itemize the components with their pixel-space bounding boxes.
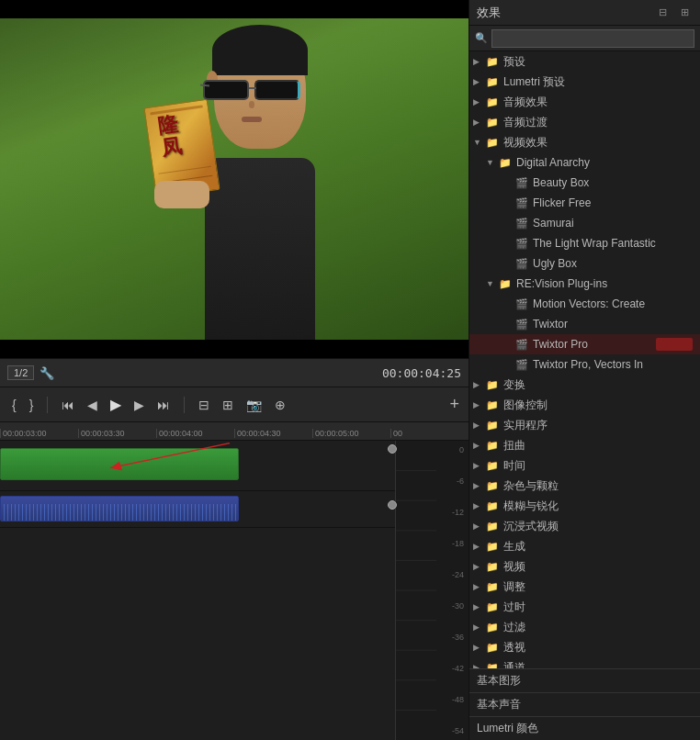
tree-item-flicker-free[interactable]: ▶ 🎬 Flicker Free [469, 193, 700, 213]
label-twixtor-pro: Twixtor Pro [533, 338, 588, 351]
essential-graphics-section[interactable]: 基本图形 [469, 668, 700, 692]
folder-icon-video: 📁 [486, 561, 501, 573]
folder-icon-revision: 📁 [499, 278, 514, 290]
label-light-wrap: The Light Wrap Fantastic [533, 237, 656, 250]
ruler-mark-1: 00:00:03:00 [0, 429, 78, 438]
tree-item-image-control[interactable]: ▶ 📁 图像控制 [469, 395, 700, 415]
video-preview: 隆凤 [0, 0, 469, 358]
wrench-icon[interactable]: 🔧 [40, 366, 54, 380]
step-back-button[interactable]: ◀ [85, 396, 100, 414]
level-36: -36 [436, 633, 464, 642]
tree-item-immersive-video[interactable]: ▶ 📁 沉浸式视频 [469, 516, 700, 536]
search-input[interactable] [491, 29, 694, 48]
tree-item-channel[interactable]: ▶ 📁 通道 [469, 657, 700, 668]
folder-icon-obsolete: 📁 [486, 601, 501, 613]
add-button[interactable]: + [449, 395, 459, 414]
tree-item-obsolete[interactable]: ▶ 📁 过时 [469, 597, 700, 617]
label-utilities: 实用程序 [503, 418, 548, 433]
label-noise-grain: 杂色与颗粒 [503, 478, 559, 494]
settings-button[interactable]: ⊕ [272, 396, 288, 414]
expand-blur-sharpen: ▶ [473, 501, 486, 510]
tree-item-utilities[interactable]: ▶ 📁 实用程序 [469, 415, 700, 435]
panel-icon-2[interactable]: ⊞ [676, 5, 693, 21]
timeline-area: 00:00:03:00 00:00:03:30 00:00:04:00 00:0… [0, 422, 469, 740]
panel-title: 效果 [477, 5, 649, 21]
black-bar-top [0, 0, 469, 18]
expand-lumetri: ▶ [473, 77, 486, 86]
lumetri-color-section[interactable]: Lumetri 颜色 [469, 716, 700, 740]
play-button[interactable]: ▶ [107, 394, 124, 415]
expand-transform: ▶ [473, 380, 486, 389]
label-twixtor: Twixtor [533, 318, 568, 331]
label-filter: 过滤 [503, 620, 525, 635]
tree-item-blur-sharpen[interactable]: ▶ 📁 模糊与锐化 [469, 496, 700, 516]
export-frame-button[interactable]: 📷 [243, 396, 265, 414]
tree-item-presets[interactable]: ▶ 📁 预设 [469, 51, 700, 72]
tree-item-ugly-box[interactable]: ▶ 🎬 Ugly Box [469, 253, 700, 274]
tree-item-twixtor-pro-vectors[interactable]: ▶ 🎬 Twixtor Pro, Vectors In [469, 354, 700, 375]
file-icon-twixtor: 🎬 [515, 319, 530, 331]
insert-button[interactable]: ⊟ [196, 396, 212, 414]
level-24: -24 [436, 570, 464, 579]
tree-item-twixtor-pro[interactable]: ▶ 🎬 Twixtor Pro [469, 334, 700, 354]
graph-area [396, 441, 436, 740]
tree-item-beauty-box[interactable]: ▶ 🎬 Beauty Box [469, 173, 700, 193]
label-time: 时间 [503, 458, 525, 474]
file-icon-motion-vectors: 🎬 [515, 298, 530, 310]
tree-item-distort[interactable]: ▶ 📁 扭曲 [469, 435, 700, 455]
label-twixtor-pro-vectors: Twixtor Pro, Vectors In [533, 358, 643, 371]
expand-utilities: ▶ [473, 420, 486, 430]
label-perspective: 透视 [503, 640, 525, 656]
tree-item-video-effects[interactable]: ▼ 📁 视频效果 [469, 132, 700, 152]
tree-item-generate[interactable]: ▶ 📁 生成 [469, 536, 700, 556]
level-18: -18 [436, 539, 464, 548]
expand-audio-transitions: ▶ [473, 118, 486, 127]
level-30: -30 [436, 601, 464, 611]
overwrite-button[interactable]: ⊞ [220, 396, 236, 414]
mark-in-button[interactable]: { [9, 396, 19, 414]
go-to-out-button[interactable]: ⏭ [154, 396, 173, 414]
tree-item-audio-transitions[interactable]: ▶ 📁 音频过渡 [469, 112, 700, 132]
tree-item-audio-effects[interactable]: ▶ 📁 音频效果 [469, 92, 700, 112]
expand-video-effects: ▼ [473, 138, 486, 147]
audio-clip[interactable] [0, 496, 239, 521]
tree-item-revision-plugins[interactable]: ▼ 📁 RE:Vision Plug-ins [469, 274, 700, 294]
separator [47, 397, 48, 413]
go-to-in-button[interactable]: ⏮ [59, 396, 77, 414]
tree-item-adjust[interactable]: ▶ 📁 调整 [469, 577, 700, 597]
step-fwd-button[interactable]: ▶ [131, 396, 147, 414]
expand-video: ▶ [473, 562, 486, 571]
tree-item-noise-grain[interactable]: ▶ 📁 杂色与颗粒 [469, 476, 700, 496]
expand-audio-effects: ▶ [473, 97, 486, 107]
video-clip[interactable] [0, 448, 239, 480]
tree-item-digital-anarchy[interactable]: ▼ 📁 Digital Anarchy [469, 152, 700, 173]
level-12: -12 [436, 508, 464, 517]
tree-item-light-wrap[interactable]: ▶ 🎬 The Light Wrap Fantastic [469, 233, 700, 253]
label-motion-vectors: Motion Vectors: Create [533, 297, 645, 310]
tree-item-transform[interactable]: ▶ 📁 变换 [469, 375, 700, 395]
video-track-lane [0, 441, 395, 491]
tree-item-samurai[interactable]: ▶ 🎬 Samurai [469, 213, 700, 233]
level-6: -6 [436, 477, 464, 486]
expand-filter: ▶ [473, 622, 486, 632]
label-lumetri-presets: Lumetri 预设 [503, 74, 565, 90]
separator2 [184, 397, 185, 413]
tree-item-lumetri-presets[interactable]: ▶ 📁 Lumetri 预设 [469, 72, 700, 92]
panel-icon-1[interactable]: ⊟ [654, 5, 671, 21]
mark-out-button[interactable]: } [27, 396, 37, 414]
essential-sound-section[interactable]: 基本声音 [469, 692, 700, 716]
expand-noise-grain: ▶ [473, 481, 486, 490]
expand-distort: ▶ [473, 441, 486, 450]
level-48: -48 [436, 695, 464, 704]
tree-item-filter[interactable]: ▶ 📁 过滤 [469, 617, 700, 637]
tree-item-time[interactable]: ▶ 📁 时间 [469, 455, 700, 476]
expand-image-control: ▶ [473, 400, 486, 409]
tree-item-twixtor[interactable]: ▶ 🎬 Twixtor [469, 314, 700, 334]
folder-icon-time: 📁 [486, 460, 501, 472]
audio-waveform [1, 504, 238, 521]
tree-item-perspective[interactable]: ▶ 📁 透视 [469, 637, 700, 657]
tree-item-motion-vectors[interactable]: ▶ 🎬 Motion Vectors: Create [469, 294, 700, 314]
expand-presets: ▶ [473, 57, 486, 66]
tree-item-video[interactable]: ▶ 📁 视频 [469, 556, 700, 577]
expand-obsolete: ▶ [473, 602, 486, 611]
